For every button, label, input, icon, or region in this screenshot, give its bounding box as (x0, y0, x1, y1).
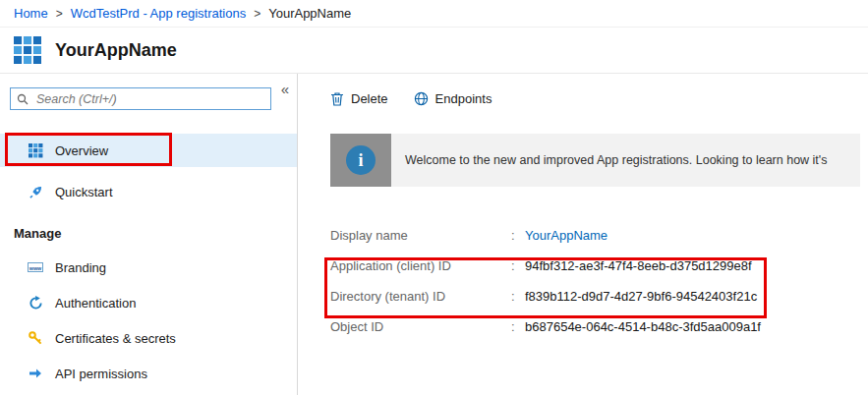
search-icon (17, 93, 29, 105)
branding-icon: www (28, 259, 43, 275)
command-bar: Delete Endpoints (330, 91, 868, 106)
info-banner-text: Welcome to the new and improved App regi… (391, 134, 840, 187)
sidebar-item-api-permissions[interactable]: API permissions (0, 357, 297, 390)
sidebar-item-overview[interactable]: Overview (0, 134, 297, 167)
field-row-directory-tenant-id: Directory (tenant) ID : f839b112-d9d7-4d… (330, 281, 868, 311)
certificates-key-icon (28, 330, 43, 346)
search-box (10, 87, 271, 110)
info-banner-icon-block: i (330, 134, 391, 187)
field-colon: : (511, 289, 525, 304)
svg-text:www: www (29, 265, 42, 271)
field-row-display-name: Display name : YourAppName (330, 220, 868, 251)
sidebar-item-quickstart[interactable]: Quickstart (0, 175, 297, 208)
application-client-id-value: 94fbf312-ae3f-47f4-8eeb-d375d1299e8f (525, 258, 752, 273)
main-panel: Delete Endpoints i Welcome to the new an… (298, 74, 868, 395)
delete-trash-icon (330, 91, 344, 106)
breadcrumb: Home > WcdTestPrd - App registrations > … (0, 0, 868, 28)
delete-button-label: Delete (351, 91, 388, 106)
breadcrumb-app-registrations-link[interactable]: WcdTestPrd - App registrations (71, 6, 246, 21)
search-input[interactable] (34, 91, 264, 107)
sidebar-section-manage: Manage (14, 226, 297, 241)
content-layout: « Overview (0, 74, 868, 395)
field-row-application-client-id: Application (client) ID : 94fbf312-ae3f-… (330, 251, 868, 281)
info-banner: i Welcome to the new and improved App re… (330, 134, 860, 187)
object-id-value: b687654e-064c-4514-b48c-3fd5aa009a1f (525, 319, 761, 334)
field-colon: : (511, 258, 525, 273)
delete-button[interactable]: Delete (330, 91, 388, 106)
field-label: Application (client) ID (330, 258, 511, 273)
field-row-object-id: Object ID : b687654e-064c-4514-b48c-3fd5… (330, 311, 868, 342)
field-colon: : (511, 228, 525, 243)
breadcrumb-home-link[interactable]: Home (14, 6, 48, 21)
authentication-icon (28, 295, 43, 311)
directory-tenant-id-value: f839b112-d9d7-4d27-9bf6-94542403f21c (525, 289, 757, 304)
endpoints-globe-icon (414, 91, 429, 106)
sidebar-item-label: Quickstart (55, 185, 113, 199)
overview-fields: Display name : YourAppName Application (… (330, 220, 868, 342)
page-header: YourAppName (0, 28, 868, 74)
field-label: Display name (330, 228, 511, 243)
display-name-value-link[interactable]: YourAppName (525, 228, 608, 243)
breadcrumb-current: YourAppName (268, 6, 351, 21)
breadcrumb-separator: > (56, 7, 63, 21)
sidebar-item-certificates-secrets[interactable]: Certificates & secrets (0, 321, 297, 355)
page-title: YourAppName (55, 40, 177, 61)
breadcrumb-separator: > (254, 7, 260, 21)
info-icon: i (346, 145, 376, 175)
sidebar-item-label: Overview (55, 143, 108, 158)
sidebar-item-authentication[interactable]: Authentication (0, 286, 297, 319)
sidebar-item-label: Authentication (55, 296, 136, 311)
sidebar: « Overview (0, 74, 298, 395)
sidebar-item-branding[interactable]: www Branding (0, 251, 297, 284)
collapse-sidebar-button[interactable]: « (281, 82, 289, 96)
field-label: Object ID (330, 319, 511, 334)
sidebar-item-label: Branding (55, 260, 106, 275)
api-permissions-icon (28, 366, 43, 381)
field-label: Directory (tenant) ID (330, 289, 511, 304)
endpoints-button-label: Endpoints (435, 91, 492, 106)
quickstart-icon (28, 184, 43, 199)
sidebar-manage-group: www Branding Authentication (0, 251, 297, 390)
app-registration-icon (14, 36, 41, 64)
field-colon: : (511, 319, 525, 334)
sidebar-item-label: API permissions (55, 367, 147, 381)
overview-icon (28, 142, 43, 158)
sidebar-item-label: Certificates & secrets (55, 331, 176, 346)
endpoints-button[interactable]: Endpoints (414, 91, 492, 106)
